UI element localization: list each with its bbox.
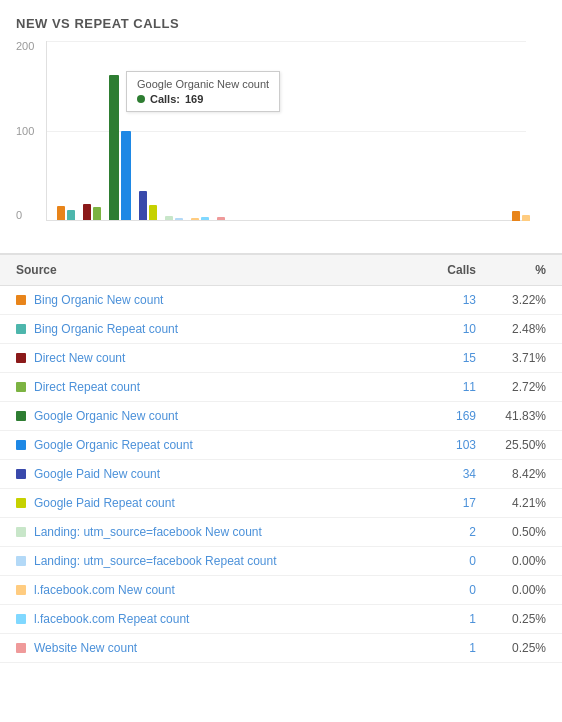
row-pct: 25.50% xyxy=(476,438,546,452)
tooltip-number: 169 xyxy=(185,93,203,105)
bar-landing-fb-repeat xyxy=(175,218,183,220)
table-row[interactable]: Landing: utm_source=facebook Repeat coun… xyxy=(0,547,562,576)
row-pct: 3.71% xyxy=(476,351,546,365)
table-row[interactable]: Direct Repeat count 11 2.72% xyxy=(0,373,562,402)
row-color-box xyxy=(16,527,26,537)
row-source: Google Organic New count xyxy=(16,409,406,423)
bar-google-organic-new xyxy=(109,75,119,220)
row-color-box xyxy=(16,295,26,305)
row-source: Direct Repeat count xyxy=(16,380,406,394)
row-source: l.facebook.com New count xyxy=(16,583,406,597)
bar-bing-organic-new xyxy=(57,206,65,220)
row-color-box xyxy=(16,469,26,479)
row-source: Website New count xyxy=(16,641,406,655)
row-source: Direct New count xyxy=(16,351,406,365)
chart-area: 200 100 0 xyxy=(16,41,546,241)
row-calls: 13 xyxy=(406,293,476,307)
y-label-200: 200 xyxy=(16,41,34,52)
chart-inner xyxy=(46,41,526,221)
table-row[interactable]: Bing Organic New count 13 3.22% xyxy=(0,286,562,315)
row-pct: 41.83% xyxy=(476,409,546,423)
table-row[interactable]: Landing: utm_source=facebook New count 2… xyxy=(0,518,562,547)
row-pct: 2.72% xyxy=(476,380,546,394)
header-source: Source xyxy=(16,263,406,277)
table-row[interactable]: Bing Organic Repeat count 10 2.48% xyxy=(0,315,562,344)
tooltip-label: Calls: xyxy=(150,93,180,105)
header-pct: % xyxy=(476,263,546,277)
bar-landing-fb-new xyxy=(165,216,173,220)
bar-direct-repeat xyxy=(93,207,101,220)
row-calls: 15 xyxy=(406,351,476,365)
tooltip-value: Calls: 169 xyxy=(137,93,269,105)
row-color-box xyxy=(16,643,26,653)
row-source: Landing: utm_source=facebook New count xyxy=(16,525,406,539)
row-source: Landing: utm_source=facebook Repeat coun… xyxy=(16,554,406,568)
far-right-bar-2 xyxy=(522,215,530,221)
table-row[interactable]: Google Paid Repeat count 17 4.21% xyxy=(0,489,562,518)
row-pct: 4.21% xyxy=(476,496,546,510)
chart-title: NEW VS REPEAT CALLS xyxy=(16,16,546,31)
chart-tooltip: Google Organic New count Calls: 169 xyxy=(126,71,280,112)
table-body: Bing Organic New count 13 3.22% Bing Org… xyxy=(0,286,562,663)
table-row[interactable]: Website New count 1 0.25% xyxy=(0,634,562,663)
row-pct: 0.25% xyxy=(476,612,546,626)
row-source-label: Landing: utm_source=facebook New count xyxy=(34,525,262,539)
tooltip-dot xyxy=(137,95,145,103)
row-calls: 2 xyxy=(406,525,476,539)
y-label-0: 0 xyxy=(16,210,34,221)
row-source-label: Direct Repeat count xyxy=(34,380,140,394)
row-calls: 103 xyxy=(406,438,476,452)
table-row[interactable]: Google Paid New count 34 8.42% xyxy=(0,460,562,489)
row-calls: 34 xyxy=(406,467,476,481)
bar-lfacebook-repeat xyxy=(201,217,209,220)
row-color-box xyxy=(16,498,26,508)
row-source: Google Paid New count xyxy=(16,467,406,481)
row-source: Bing Organic Repeat count xyxy=(16,322,406,336)
bar-bing-organic-repeat xyxy=(67,210,75,220)
row-source-label: Direct New count xyxy=(34,351,125,365)
row-calls: 1 xyxy=(406,641,476,655)
row-calls: 1 xyxy=(406,612,476,626)
table-row[interactable]: Google Organic New count 169 41.83% xyxy=(0,402,562,431)
far-right-bars xyxy=(512,211,530,221)
bar-website-new xyxy=(217,217,225,220)
bars-group xyxy=(47,41,526,220)
row-source-label: Google Organic New count xyxy=(34,409,178,423)
row-source-label: Google Paid Repeat count xyxy=(34,496,175,510)
row-color-box xyxy=(16,382,26,392)
row-calls: 10 xyxy=(406,322,476,336)
row-source: Bing Organic New count xyxy=(16,293,406,307)
table-row[interactable]: Google Organic Repeat count 103 25.50% xyxy=(0,431,562,460)
data-table: Source Calls % Bing Organic New count 13… xyxy=(0,253,562,663)
row-pct: 3.22% xyxy=(476,293,546,307)
row-calls: 169 xyxy=(406,409,476,423)
row-source-label: l.facebook.com New count xyxy=(34,583,175,597)
bar-lfacebook-new xyxy=(191,218,199,220)
row-color-box xyxy=(16,353,26,363)
bar-google-organic-repeat xyxy=(121,131,131,220)
bar-google-paid-repeat xyxy=(149,205,157,220)
row-source-label: Google Organic Repeat count xyxy=(34,438,193,452)
row-pct: 8.42% xyxy=(476,467,546,481)
header-calls: Calls xyxy=(406,263,476,277)
bar-google-paid-new xyxy=(139,191,147,220)
row-source: Google Paid Repeat count xyxy=(16,496,406,510)
y-label-100: 100 xyxy=(16,126,34,137)
row-color-box xyxy=(16,440,26,450)
table-row[interactable]: l.facebook.com Repeat count 1 0.25% xyxy=(0,605,562,634)
row-source-label: l.facebook.com Repeat count xyxy=(34,612,189,626)
row-calls: 11 xyxy=(406,380,476,394)
table-header: Source Calls % xyxy=(0,255,562,286)
row-color-box xyxy=(16,614,26,624)
row-pct: 0.25% xyxy=(476,641,546,655)
table-row[interactable]: l.facebook.com New count 0 0.00% xyxy=(0,576,562,605)
row-pct: 2.48% xyxy=(476,322,546,336)
row-source-label: Landing: utm_source=facebook Repeat coun… xyxy=(34,554,277,568)
table-row[interactable]: Direct New count 15 3.71% xyxy=(0,344,562,373)
row-source-label: Bing Organic New count xyxy=(34,293,163,307)
row-color-box xyxy=(16,556,26,566)
row-source: Google Organic Repeat count xyxy=(16,438,406,452)
row-color-box xyxy=(16,324,26,334)
row-color-box xyxy=(16,585,26,595)
row-source-label: Bing Organic Repeat count xyxy=(34,322,178,336)
